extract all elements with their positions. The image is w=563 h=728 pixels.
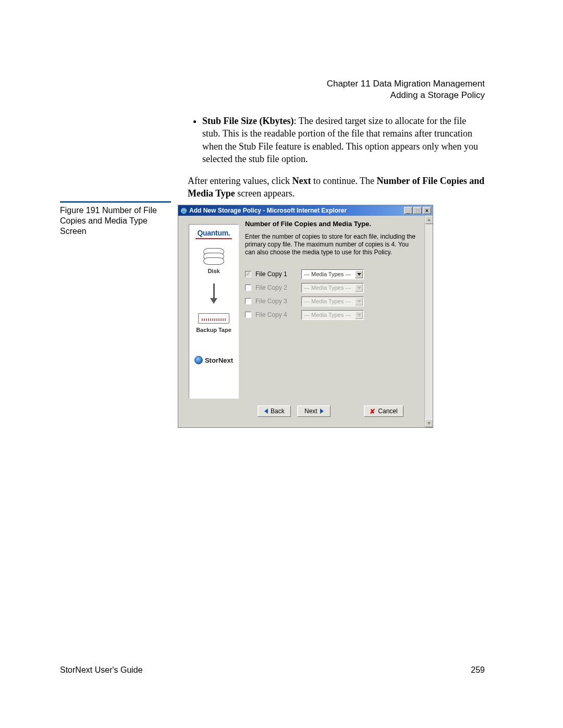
tape-label: Backup Tape — [196, 327, 231, 333]
page-header: Chapter 11 Data Migration Management Add… — [327, 78, 485, 101]
scroll-up-button[interactable] — [425, 216, 433, 224]
copy-2-checkbox[interactable] — [245, 285, 251, 291]
quantum-logo: Quantum. — [198, 229, 230, 237]
paragraph: After entering values, click Next to con… — [188, 175, 485, 200]
dropdown-arrow-icon — [355, 298, 363, 305]
cancel-button[interactable]: ✘ Cancel — [364, 405, 403, 417]
ie-icon — [180, 207, 187, 214]
copy-row-1: ✓ File Copy 1 --- Media Types --- — [245, 268, 420, 280]
left-panel: Quantum. Disk Backup Tape — [189, 224, 239, 399]
figure-caption: Figure 191 Number of File Copies and Med… — [60, 205, 175, 237]
disk-icon — [203, 251, 224, 265]
copy-row-3: File Copy 3 --- Media Types --- — [245, 295, 420, 307]
panel-description: Enter the number of copies to store for … — [245, 233, 420, 256]
vertical-scrollbar[interactable] — [424, 216, 433, 427]
footer-page-number: 259 — [471, 665, 485, 675]
bullet-label: Stub File Size (Kbytes) — [202, 116, 294, 126]
check-icon: ✓ — [246, 272, 250, 277]
triangle-right-icon — [320, 409, 324, 414]
x-icon: ✘ — [370, 408, 375, 415]
maximize-button[interactable]: □ — [413, 207, 422, 214]
copy-4-checkbox[interactable] — [245, 312, 251, 318]
window-title: Add New Storage Policy - Microsoft Inter… — [189, 207, 403, 214]
next-button[interactable]: Next — [297, 405, 331, 417]
copy-3-label: File Copy 3 — [255, 298, 301, 305]
dropdown-arrow-icon — [355, 284, 363, 292]
main-panel: Number of File Copies and Media Type. En… — [245, 220, 420, 322]
dropdown-arrow-icon — [355, 311, 363, 319]
chapter-title: Chapter 11 Data Migration Management — [327, 78, 485, 90]
globe-icon — [194, 356, 203, 364]
dropdown-arrow-icon — [355, 270, 363, 278]
bullet-item: Stub File Size (Kbytes): The desired tar… — [202, 115, 485, 165]
back-button[interactable]: Back — [258, 405, 291, 417]
disk-label: Disk — [207, 268, 219, 274]
copy-4-media-select[interactable]: --- Media Types --- — [301, 310, 364, 320]
body-text: Stub File Size (Kbytes): The desired tar… — [188, 115, 485, 209]
figure-rule — [60, 201, 171, 203]
copy-1-label: File Copy 1 — [255, 270, 301, 278]
copy-3-checkbox[interactable] — [245, 298, 251, 304]
arrow-down-icon — [210, 283, 217, 304]
svg-marker-2 — [427, 422, 431, 425]
minimize-button[interactable]: _ — [404, 207, 412, 214]
copy-1-checkbox[interactable]: ✓ — [245, 271, 251, 277]
copy-row-4: File Copy 4 --- Media Types --- — [245, 309, 420, 321]
client-area: Quantum. Disk Backup Tape — [178, 216, 433, 427]
panel-heading: Number of File Copies and Media Type. — [245, 220, 420, 228]
copy-3-media-select[interactable]: --- Media Types --- — [301, 297, 364, 306]
tape-icon — [198, 313, 229, 324]
screenshot-window: Add New Storage Policy - Microsoft Inter… — [178, 205, 433, 428]
window-titlebar: Add New Storage Policy - Microsoft Inter… — [178, 205, 433, 216]
copy-row-2: File Copy 2 --- Media Types --- — [245, 281, 420, 294]
content-inner: Quantum. Disk Backup Tape — [182, 216, 424, 427]
copy-2-media-select[interactable]: --- Media Types --- — [301, 283, 364, 293]
page: Chapter 11 Data Migration Management Add… — [0, 0, 563, 728]
triangle-left-icon — [264, 409, 268, 414]
scroll-down-button[interactable] — [425, 419, 433, 427]
copy-1-media-select[interactable]: --- Media Types --- — [301, 269, 364, 279]
quantum-underline — [195, 238, 232, 239]
svg-marker-1 — [427, 218, 431, 221]
button-row: Back Next ✘ Cancel — [182, 405, 416, 417]
copy-2-label: File Copy 2 — [255, 284, 301, 291]
stornext-logo: StorNext — [194, 356, 233, 364]
footer-guide: StorNext User's Guide — [60, 665, 143, 675]
copy-4-label: File Copy 4 — [255, 311, 301, 318]
close-button[interactable]: × — [423, 207, 431, 214]
section-title: Adding a Storage Policy — [327, 90, 485, 101]
